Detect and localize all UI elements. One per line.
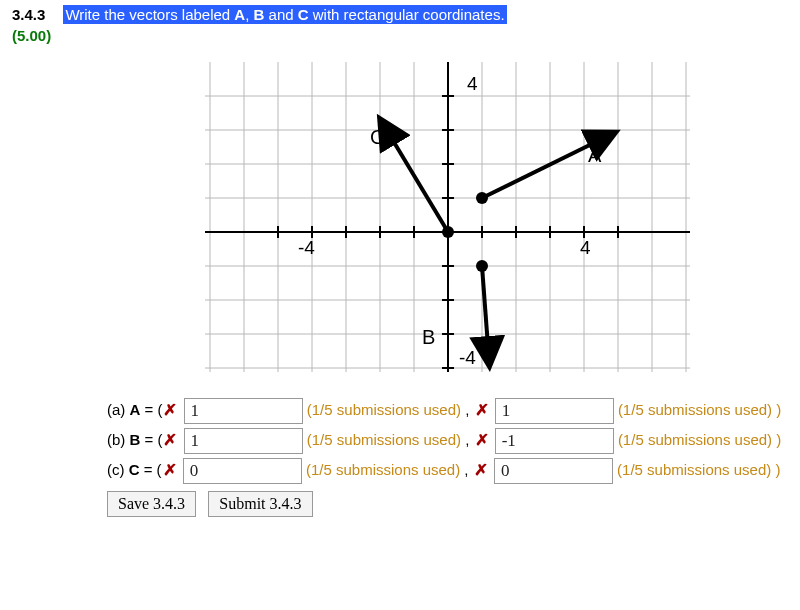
prompt-sep2: and	[264, 6, 297, 23]
var-c: C	[129, 461, 140, 478]
sep: ,	[461, 431, 474, 448]
answer-row-a: (a) A = (✗ (1/5 submissions used) , ✗ (1…	[107, 395, 788, 425]
wrong-icon: ✗	[163, 455, 178, 485]
open-paren: = (	[140, 431, 162, 448]
prompt-vec-b: B	[254, 6, 265, 23]
input-a-y[interactable]	[495, 398, 614, 424]
input-b-y[interactable]	[495, 428, 614, 454]
input-b-x[interactable]	[184, 428, 303, 454]
points-value: (5.00)	[12, 27, 788, 44]
sep: ,	[460, 461, 473, 478]
open-paren: = (	[140, 401, 162, 418]
close-paren: )	[772, 401, 781, 418]
wrong-icon: ✗	[475, 425, 490, 455]
question-prompt: Write the vectors labeled A, B and C wit…	[63, 6, 506, 23]
tick-y-neg: -4	[459, 347, 476, 368]
answer-row-b: (b) B = (✗ (1/5 submissions used) , ✗ (1…	[107, 425, 788, 455]
var-a: A	[130, 401, 141, 418]
submissions-used: (1/5 submissions used)	[306, 461, 460, 478]
label-b: B	[422, 326, 435, 348]
label-a: A	[588, 144, 602, 166]
tick-y-pos: 4	[467, 73, 478, 94]
submit-button[interactable]: Submit 3.4.3	[208, 491, 312, 517]
var-b: B	[130, 431, 141, 448]
label-c: C	[370, 126, 384, 148]
tick-x-neg: -4	[298, 237, 315, 258]
submissions-used: (1/5 submissions used)	[618, 431, 772, 448]
part-label: (b)	[107, 431, 130, 448]
prompt-vec-a: A	[234, 6, 245, 23]
wrong-icon: ✗	[163, 395, 178, 425]
wrong-icon: ✗	[475, 395, 490, 425]
submissions-used: (1/5 submissions used)	[307, 401, 461, 418]
wrong-icon: ✗	[163, 425, 178, 455]
sep: ,	[461, 401, 474, 418]
answer-row-c: (c) C = (✗ (1/5 submissions used) , ✗ (1…	[107, 455, 788, 485]
prompt-sep1: ,	[245, 6, 253, 23]
tick-x-pos: 4	[580, 237, 591, 258]
question-number: 3.4.3	[12, 6, 45, 23]
save-button[interactable]: Save 3.4.3	[107, 491, 196, 517]
close-paren: )	[772, 431, 781, 448]
input-c-y[interactable]	[494, 458, 613, 484]
part-label: (c)	[107, 461, 129, 478]
submissions-used: (1/5 submissions used)	[618, 401, 772, 418]
submissions-used: (1/5 submissions used)	[307, 431, 461, 448]
prompt-tail: with rectangular coordinates.	[309, 6, 505, 23]
vector-b	[482, 266, 489, 360]
vector-c	[383, 124, 448, 232]
input-c-x[interactable]	[183, 458, 302, 484]
part-label: (a)	[107, 401, 130, 418]
vector-graph: 4 -4 4 -4 A B C	[205, 62, 690, 372]
open-paren: = (	[140, 461, 162, 478]
input-a-x[interactable]	[184, 398, 303, 424]
close-paren: )	[771, 461, 780, 478]
submissions-used: (1/5 submissions used)	[617, 461, 771, 478]
prompt-vec-c: C	[298, 6, 309, 23]
prompt-text: Write the vectors labeled	[65, 6, 234, 23]
wrong-icon: ✗	[474, 455, 489, 485]
